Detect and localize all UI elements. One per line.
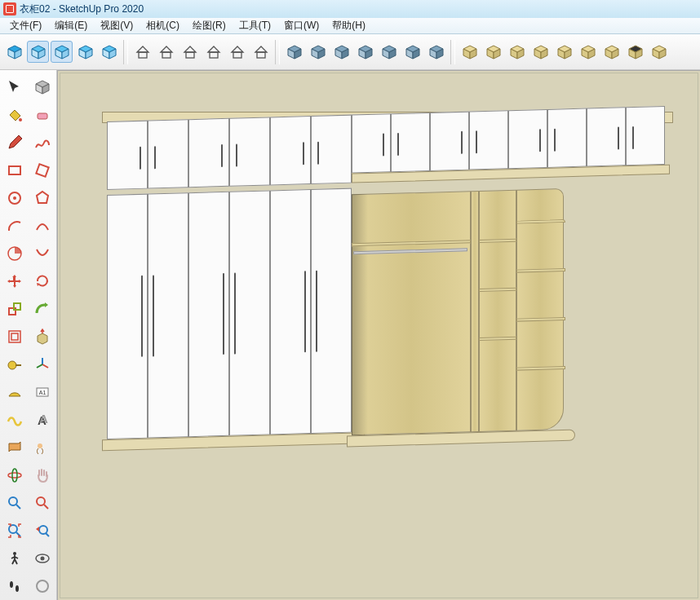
arc-tool[interactable] — [2, 214, 27, 238]
fog-icon — [310, 44, 326, 60]
orbit-tool[interactable] — [2, 463, 27, 488]
scale-icon — [6, 300, 24, 318]
freehand-tool[interactable] — [30, 130, 55, 155]
footprints-tool[interactable] — [2, 574, 27, 598]
style-xray-button[interactable] — [250, 41, 272, 63]
toolbar-separator — [275, 40, 280, 64]
tape-measure-tool[interactable] — [2, 352, 27, 377]
side-tool-row — [2, 352, 55, 377]
style-hidden-button[interactable] — [155, 41, 177, 63]
select-icon — [6, 78, 24, 96]
view-left-button[interactable] — [74, 41, 96, 63]
svg-marker-15 — [137, 46, 148, 52]
style-mono-button[interactable] — [226, 41, 248, 63]
pencil-tool[interactable] — [2, 130, 27, 155]
cabinet-upper — [107, 101, 670, 196]
move-tool[interactable] — [2, 269, 27, 293]
unknown-tool[interactable] — [30, 574, 55, 598]
svg-rect-22 — [210, 52, 218, 58]
pie-tool[interactable] — [2, 241, 27, 266]
dimension-tool[interactable]: A1 — [30, 380, 55, 404]
rotate-tool[interactable] — [30, 269, 55, 293]
svg-rect-81 — [36, 164, 48, 176]
push-pull-tool[interactable] — [30, 324, 55, 349]
protractor-tool[interactable] — [2, 380, 27, 404]
rectangle-icon — [6, 161, 24, 179]
three-d-text-tool[interactable]: AA — [30, 408, 55, 432]
svg-point-109 — [16, 585, 19, 592]
polygon-tool[interactable] — [30, 186, 55, 210]
paint-bucket-tool[interactable] — [2, 103, 27, 127]
rectangle-tool[interactable] — [2, 158, 27, 183]
style-wire-button[interactable] — [131, 41, 153, 63]
view-right-button[interactable] — [98, 41, 120, 63]
layer-d-button[interactable] — [529, 41, 552, 63]
circle-tool[interactable] — [2, 186, 27, 210]
pan-tool[interactable] — [30, 463, 55, 488]
two-point-arc-tool[interactable] — [30, 214, 55, 238]
side-tool-row — [2, 297, 55, 321]
sun-button[interactable] — [425, 41, 447, 63]
xray2-button[interactable] — [401, 41, 423, 63]
menu-edit[interactable]: 编辑(E) — [48, 19, 94, 33]
side-tool-row — [2, 186, 55, 210]
make-component-icon — [33, 78, 51, 96]
select-tool[interactable] — [2, 75, 27, 99]
eraser-tool[interactable] — [30, 103, 55, 127]
layer-c-button[interactable] — [506, 41, 528, 63]
follow-me-tool[interactable] — [30, 297, 55, 321]
layer-i-button[interactable] — [648, 41, 670, 63]
svg-point-100 — [12, 469, 17, 482]
svg-rect-89 — [11, 333, 18, 340]
iso-view-button[interactable] — [3, 41, 25, 63]
layer-h-button[interactable] — [624, 41, 646, 63]
layer-f-button[interactable] — [577, 41, 599, 63]
style-mono-icon — [229, 44, 246, 60]
layer-h-icon — [627, 44, 644, 60]
style-shaded-tex-button[interactable] — [202, 41, 224, 63]
make-component-tool[interactable] — [30, 75, 55, 99]
menu-view[interactable]: 视图(V) — [94, 19, 140, 33]
circle-icon — [6, 189, 24, 207]
menu-window[interactable]: 窗口(W) — [277, 19, 326, 33]
model-cabinet — [107, 117, 670, 459]
menu-draw[interactable]: 绘图(R) — [186, 19, 233, 33]
zoom-tool[interactable] — [2, 491, 27, 515]
profile-button[interactable] — [354, 41, 376, 63]
layer-g-button[interactable] — [600, 41, 622, 63]
zoom-window-tool[interactable] — [30, 491, 55, 515]
view-back-button[interactable] — [51, 41, 73, 63]
walk-tool[interactable] — [2, 546, 27, 571]
shadow-button[interactable] — [283, 41, 305, 63]
layer-d-icon — [533, 44, 549, 60]
text-tool[interactable] — [2, 408, 27, 432]
svg-marker-21 — [208, 46, 219, 52]
three-point-arc-tool[interactable] — [30, 241, 55, 266]
backedge-button[interactable] — [378, 41, 400, 63]
tape-measure-icon — [6, 355, 24, 373]
layer-b-button[interactable] — [482, 41, 504, 63]
position-camera-tool[interactable] — [30, 435, 55, 460]
look-around-tool[interactable] — [30, 546, 55, 571]
layer-i-icon — [651, 44, 667, 60]
axes-tool[interactable] — [30, 352, 55, 377]
edge-button[interactable] — [330, 41, 352, 63]
viewport[interactable] — [57, 70, 700, 600]
side-tool-row — [2, 518, 55, 543]
fog-button[interactable] — [307, 41, 329, 63]
scale-tool[interactable] — [2, 297, 27, 321]
view-front-button[interactable] — [27, 41, 49, 63]
rotated-rectangle-tool[interactable] — [30, 158, 55, 183]
layer-a-button[interactable] — [459, 41, 481, 63]
layer-e-button[interactable] — [553, 41, 575, 63]
section-plane-tool[interactable] — [2, 435, 27, 460]
menu-help[interactable]: 帮助(H) — [326, 19, 372, 33]
menu-camera[interactable]: 相机(C) — [140, 19, 186, 33]
previous-view-tool[interactable] — [30, 518, 55, 543]
menu-file[interactable]: 文件(F) — [3, 19, 48, 33]
zoom-extents-tool[interactable] — [2, 518, 27, 543]
offset-tool[interactable] — [2, 324, 27, 349]
style-shaded-button[interactable] — [179, 41, 201, 63]
menu-tools[interactable]: 工具(T) — [233, 19, 277, 33]
rotate-icon — [33, 272, 51, 290]
